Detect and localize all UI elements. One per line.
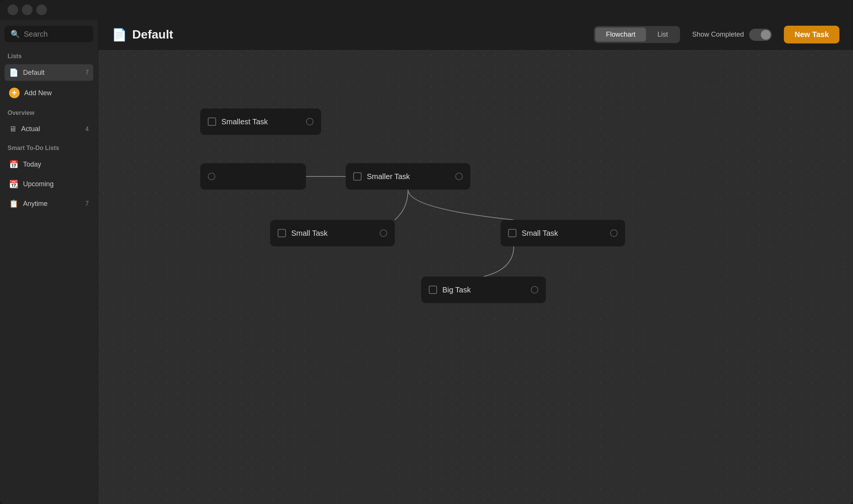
add-icon: + (9, 88, 20, 98)
task-circle-stub[interactable] (208, 173, 215, 180)
task-label-small2: Small Task (522, 229, 605, 238)
lists-section-label: Lists (5, 51, 93, 61)
task-node-smallest[interactable]: Smallest Task (200, 108, 321, 135)
task-checkbox-small2[interactable] (508, 229, 516, 237)
close-button[interactable] (8, 5, 18, 15)
search-label: Search (24, 30, 48, 39)
page-title: Default (132, 28, 173, 42)
connector-small2-to-big (484, 246, 514, 277)
sidebar-item-anytime-label: Anytime (23, 200, 48, 208)
sidebar-item-actual-label: Actual (21, 125, 40, 133)
task-circle-small1[interactable] (380, 229, 387, 237)
main-layout: 🔍 Search Lists 📄 Default 7 + Add New Ove… (0, 20, 853, 504)
content-area: 📄 Default Flowchart List Show Completed … (98, 20, 853, 504)
task-label-small1: Small Task (291, 229, 374, 238)
task-circle-big[interactable] (531, 286, 538, 294)
today-icon: 📅 (9, 160, 19, 169)
sidebar-item-default-label: Default (23, 69, 45, 77)
sidebar-item-default[interactable]: 📄 Default 7 (5, 64, 93, 81)
task-label-smaller: Smaller Task (367, 172, 450, 181)
traffic-lights (8, 5, 47, 15)
content-header: 📄 Default Flowchart List Show Completed … (98, 20, 853, 50)
list-view-button[interactable]: List (647, 28, 678, 42)
view-toggle: Flowchart List (594, 26, 680, 43)
task-node-stub[interactable] (200, 163, 306, 190)
sidebar-item-anytime[interactable]: 📋 Anytime 7 (5, 195, 93, 212)
show-completed-area: Show Completed (692, 29, 772, 41)
task-label-big: Big Task (442, 286, 525, 294)
connector-smaller-to-small1 (395, 190, 408, 220)
toggle-knob (761, 30, 771, 40)
add-new-label: Add New (24, 89, 52, 97)
flowchart-canvas: Smallest Task Smaller Task Small Task (98, 50, 853, 504)
app-window: 🔍 Search Lists 📄 Default 7 + Add New Ove… (0, 0, 853, 504)
task-node-small1[interactable]: Small Task (270, 220, 395, 246)
task-node-small2[interactable]: Small Task (501, 220, 625, 246)
task-checkbox-big[interactable] (429, 286, 437, 294)
sidebar: 🔍 Search Lists 📄 Default 7 + Add New Ove… (0, 20, 98, 504)
connector-smaller-to-small2 (408, 190, 514, 220)
anytime-icon: 📋 (9, 199, 19, 208)
monitor-icon: 🖥 (9, 125, 17, 133)
task-node-smaller[interactable]: Smaller Task (346, 163, 470, 190)
sidebar-item-anytime-count: 7 (85, 200, 89, 207)
flowchart-view-button[interactable]: Flowchart (595, 28, 646, 42)
show-completed-toggle[interactable] (749, 29, 772, 41)
task-label-smallest: Smallest Task (221, 117, 301, 126)
search-icon: 🔍 (11, 29, 20, 39)
upcoming-icon: 📆 (9, 179, 19, 189)
page-title-area: 📄 Default (112, 28, 582, 42)
document-icon: 📄 (9, 68, 19, 77)
task-checkbox-smallest[interactable] (208, 117, 216, 126)
task-circle-small2[interactable] (610, 229, 618, 237)
add-new-item[interactable]: + Add New (5, 84, 93, 102)
task-node-big[interactable]: Big Task (421, 277, 546, 303)
search-bar[interactable]: 🔍 Search (5, 26, 93, 42)
minimize-button[interactable] (22, 5, 32, 15)
task-circle-smallest[interactable] (306, 118, 314, 125)
task-checkbox-small1[interactable] (278, 229, 286, 237)
sidebar-item-upcoming[interactable]: 📆 Upcoming (5, 176, 93, 192)
task-checkbox-smaller[interactable] (353, 172, 362, 181)
titlebar (0, 0, 853, 20)
sidebar-item-actual[interactable]: 🖥 Actual 4 (5, 121, 93, 137)
smart-section-label: Smart To-Do Lists (5, 143, 93, 153)
sidebar-item-upcoming-label: Upcoming (23, 180, 54, 188)
sidebar-item-default-count: 7 (85, 69, 89, 76)
task-circle-smaller[interactable] (455, 173, 463, 180)
maximize-button[interactable] (36, 5, 47, 15)
sidebar-item-today-label: Today (23, 161, 41, 169)
new-task-button[interactable]: New Task (784, 26, 839, 43)
overview-section-label: Overview (5, 108, 93, 118)
sidebar-item-actual-count: 4 (85, 126, 89, 133)
sidebar-item-today[interactable]: 📅 Today (5, 156, 93, 173)
show-completed-label: Show Completed (692, 31, 744, 39)
page-title-icon: 📄 (112, 28, 127, 42)
